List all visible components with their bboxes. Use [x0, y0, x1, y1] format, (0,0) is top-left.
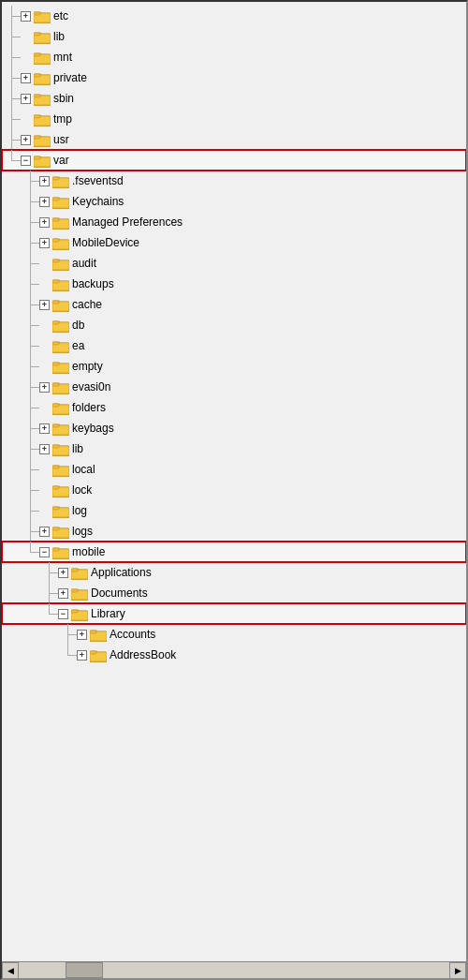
- node-label-lock: lock: [72, 483, 92, 497]
- spacer-empty: [39, 362, 50, 372]
- expand-cache[interactable]: [39, 300, 50, 310]
- expand-Library[interactable]: [58, 609, 68, 619]
- tree-node-tmp[interactable]: tmp: [2, 109, 466, 129]
- node-label-empty: empty: [72, 360, 103, 373]
- folder-icon-mobile: [52, 545, 69, 559]
- tree-node-backups[interactable]: backups: [2, 274, 466, 294]
- tree-node-cache[interactable]: cache: [2, 294, 466, 315]
- folder-icon-lib: [34, 30, 51, 44]
- expand-Accounts[interactable]: [77, 630, 87, 640]
- tree-node-fseventsd[interactable]: .fseventsd: [2, 171, 466, 191]
- tree-node-private[interactable]: private: [2, 67, 466, 88]
- node-label-db: db: [72, 319, 84, 332]
- expand-mobile[interactable]: [39, 547, 50, 557]
- node-label-backups: backups: [72, 277, 114, 290]
- node-label-private: private: [53, 71, 87, 84]
- node-label-logs: logs: [72, 525, 93, 538]
- tree-node-mnt[interactable]: mnt: [2, 47, 466, 67]
- folder-icon-sbin: [34, 92, 51, 106]
- folder-icon-private: [34, 71, 51, 85]
- svg-rect-127: [90, 651, 96, 654]
- spacer-db: [39, 320, 50, 331]
- tree-node-var[interactable]: var: [2, 150, 466, 171]
- folder-icon-Documents: [71, 587, 88, 601]
- tree-node-MobileDevice[interactable]: MobileDevice: [2, 232, 466, 253]
- svg-rect-39: [52, 198, 59, 200]
- tree-node-etc[interactable]: etc: [2, 6, 466, 26]
- scroll-thumb[interactable]: [66, 962, 103, 978]
- folder-icon-local: [52, 463, 69, 477]
- folder-icon-empty: [52, 360, 69, 374]
- expand-lib2[interactable]: [39, 444, 50, 454]
- node-label-lib: lib: [53, 30, 65, 43]
- tree-node-keybags[interactable]: keybags: [2, 418, 466, 438]
- folder-icon-keybags: [52, 422, 69, 436]
- scroll-right-button[interactable]: ▶: [449, 962, 466, 979]
- tree-node-Documents[interactable]: Documents: [2, 583, 466, 603]
- tree-node-Accounts[interactable]: Accounts: [2, 624, 466, 645]
- expand-logs[interactable]: [39, 527, 50, 537]
- svg-rect-35: [52, 177, 59, 180]
- folder-icon-lock: [52, 483, 69, 497]
- svg-rect-63: [52, 321, 59, 324]
- expand-Documents[interactable]: [58, 588, 68, 599]
- tree-node-Applications[interactable]: Applications: [2, 562, 466, 583]
- tree-node-audit[interactable]: audit: [2, 253, 466, 274]
- tree-node-folders[interactable]: folders: [2, 397, 466, 418]
- svg-rect-11: [34, 53, 40, 56]
- spacer-audit: [39, 259, 50, 269]
- node-label-sbin: sbin: [53, 92, 74, 105]
- expand-var[interactable]: [21, 156, 31, 166]
- tree-node-lib[interactable]: lib: [2, 26, 466, 47]
- tree-node-ManagedPreferences[interactable]: Managed Preferences: [2, 212, 466, 232]
- spacer-log: [39, 506, 50, 516]
- expand-AddressBook[interactable]: [77, 650, 87, 661]
- tree-node-mobile[interactable]: mobile: [2, 542, 466, 562]
- tree-node-sbin[interactable]: sbin: [2, 88, 466, 109]
- node-label-var: var: [53, 154, 69, 167]
- tree-node-lock[interactable]: lock: [2, 480, 466, 500]
- tree-node-db[interactable]: db: [2, 315, 466, 335]
- tree-scroll-area[interactable]: etc lib mnt private sbin tmp usr var: [2, 2, 466, 961]
- svg-rect-59: [52, 301, 59, 304]
- svg-rect-7: [34, 33, 40, 36]
- spacer-mnt: [21, 52, 31, 63]
- tree-node-AddressBook[interactable]: AddressBook: [2, 645, 466, 665]
- expand-etc[interactable]: [21, 11, 31, 22]
- svg-rect-19: [34, 95, 40, 97]
- folder-icon-cache: [52, 298, 69, 312]
- tree-node-lib2[interactable]: lib: [2, 438, 466, 459]
- svg-rect-103: [52, 527, 59, 530]
- expand-keybags[interactable]: [39, 423, 50, 434]
- expand-private[interactable]: [21, 73, 31, 83]
- expand-MobileDevice[interactable]: [39, 238, 50, 248]
- folder-icon-folders: [52, 401, 69, 415]
- expand-usr[interactable]: [21, 135, 31, 145]
- node-label-mobile: mobile: [72, 545, 105, 558]
- svg-rect-75: [52, 383, 59, 386]
- expand-evasi0n[interactable]: [39, 382, 50, 393]
- expand-sbin[interactable]: [21, 94, 31, 104]
- tree-node-ea[interactable]: ea: [2, 335, 466, 356]
- tree-node-Keychains[interactable]: Keychains: [2, 191, 466, 212]
- expand-fseventsd[interactable]: [39, 176, 50, 186]
- folder-icon-MobileDevice: [52, 236, 69, 250]
- node-label-usr: usr: [53, 133, 69, 146]
- scroll-track[interactable]: [19, 962, 449, 978]
- tree-node-usr[interactable]: usr: [2, 129, 466, 150]
- expand-ManagedPreferences[interactable]: [39, 217, 50, 228]
- svg-rect-99: [52, 507, 59, 510]
- tree-node-local[interactable]: local: [2, 459, 466, 480]
- scroll-left-button[interactable]: ◀: [2, 962, 19, 979]
- node-label-tmp: tmp: [53, 112, 72, 126]
- expand-Applications[interactable]: [58, 568, 68, 578]
- tree-node-evasi0n[interactable]: evasi0n: [2, 377, 466, 397]
- folder-icon-usr: [34, 133, 51, 147]
- tree-node-log[interactable]: log: [2, 500, 466, 521]
- expand-Keychains[interactable]: [39, 197, 50, 207]
- tree-node-Library[interactable]: Library: [2, 603, 466, 624]
- folder-icon-etc: [34, 9, 51, 23]
- tree-node-logs[interactable]: logs: [2, 521, 466, 542]
- node-label-log: log: [72, 504, 87, 517]
- tree-node-empty[interactable]: empty: [2, 356, 466, 377]
